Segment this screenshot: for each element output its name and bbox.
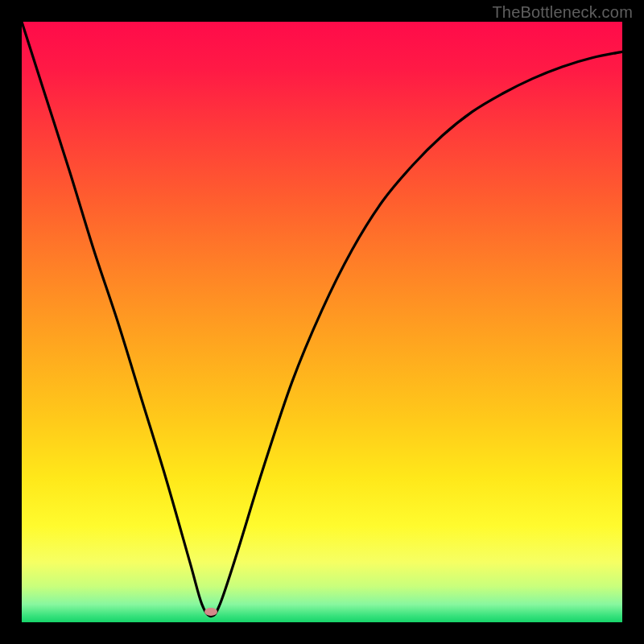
plot-area — [22, 22, 622, 622]
watermark-text: TheBottleneck.com — [492, 3, 633, 22]
bottleneck-curve — [22, 22, 622, 622]
chart-frame: TheBottleneck.com — [0, 0, 644, 644]
optimal-point-marker — [204, 608, 217, 616]
